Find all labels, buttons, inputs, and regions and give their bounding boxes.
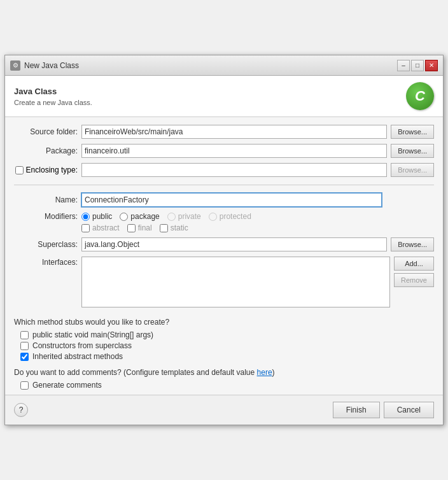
enclosing-type-checkbox[interactable]	[15, 166, 24, 174]
modifier-public-radio[interactable]	[81, 213, 90, 221]
modifier-protected-text: protected	[220, 212, 251, 221]
enclosing-type-input[interactable]	[81, 163, 387, 177]
dialog-icon: ⚙	[10, 60, 20, 71]
interfaces-buttons: Add... Remove	[394, 257, 434, 287]
new-java-class-dialog: ⚙ New Java Class – □ ✕ Java Class Create…	[4, 55, 444, 425]
interfaces-label: Interfaces:	[14, 257, 78, 267]
generate-comments-checkbox[interactable]	[20, 381, 29, 390]
superclass-row: Superclass: Browse...	[14, 237, 434, 251]
modifier-abstract-label[interactable]: abstract	[81, 223, 120, 232]
modifier-package-label[interactable]: package	[120, 212, 159, 221]
separator-1	[14, 185, 434, 185]
source-folder-label: Source folder:	[14, 127, 78, 136]
stub-main-label: public static void main(String[] args)	[32, 330, 153, 339]
modifier-protected-radio[interactable]	[209, 213, 217, 221]
interfaces-remove-button[interactable]: Remove	[394, 273, 434, 287]
title-bar-left: ⚙ New Java Class	[10, 60, 79, 71]
dialog-title: New Java Class	[24, 61, 79, 70]
header-subtext: Create a new Java class.	[14, 99, 92, 106]
modifiers-row2: abstract final static	[81, 223, 382, 232]
comments-section: Do you want to add comments? (Configure …	[5, 365, 443, 395]
superclass-label: Superclass:	[14, 240, 78, 249]
modifier-static-text: static	[171, 223, 188, 232]
package-input[interactable]	[81, 144, 387, 158]
modifier-static-label[interactable]: static	[160, 223, 188, 232]
modifier-package-radio[interactable]	[120, 213, 128, 221]
modifiers-row1: public package private protected	[81, 212, 382, 221]
minimize-button[interactable]: –	[397, 60, 410, 71]
name-row: Name:	[14, 193, 434, 207]
modifier-abstract-text: abstract	[92, 223, 120, 232]
comments-link[interactable]: here	[257, 368, 272, 377]
superclass-browse-button[interactable]: Browse...	[391, 237, 434, 251]
stub-item-inherited: Inherited abstract methods	[20, 352, 434, 361]
enclosing-type-checkbox-wrapper: Enclosing type:	[14, 166, 78, 174]
name-input[interactable]	[81, 193, 382, 207]
generate-comments-label: Generate comments	[32, 381, 102, 390]
header-icon: C	[406, 82, 434, 110]
name-label: Name:	[14, 195, 78, 204]
interfaces-row: Interfaces: Add... Remove	[14, 257, 434, 307]
footer-left: ?	[14, 403, 28, 417]
modifiers-content: public package private protected	[81, 212, 382, 232]
modifier-public-label[interactable]: public	[81, 212, 112, 221]
source-folder-row: Source folder: Browse...	[14, 125, 434, 139]
stub-constructors-label: Constructors from superclass	[32, 341, 132, 350]
stub-item-main: public static void main(String[] args)	[20, 330, 434, 339]
title-bar-controls: – □ ✕	[397, 60, 438, 71]
stub-constructors-checkbox[interactable]	[20, 342, 29, 350]
help-button[interactable]: ?	[14, 403, 28, 417]
close-button[interactable]: ✕	[425, 60, 438, 71]
modifiers-label: Modifiers:	[14, 212, 78, 221]
header-heading: Java Class	[14, 87, 92, 96]
modifier-protected-label[interactable]: protected	[209, 212, 251, 221]
source-folder-browse-button[interactable]: Browse...	[391, 125, 434, 139]
modifiers-row: Modifiers: public package private	[14, 212, 434, 232]
modifier-final-text: final	[138, 223, 152, 232]
modifier-abstract-checkbox[interactable]	[81, 224, 90, 232]
enclosing-type-browse-button[interactable]: Browse...	[391, 163, 434, 177]
stub-main-checkbox[interactable]	[20, 331, 29, 339]
stub-inherited-checkbox[interactable]	[20, 353, 29, 361]
package-label: Package:	[14, 146, 78, 155]
finish-button[interactable]: Finish	[333, 402, 380, 418]
footer-right: Finish Cancel	[333, 402, 434, 418]
stub-inherited-label: Inherited abstract methods	[32, 352, 123, 361]
stub-item-constructors: Constructors from superclass	[20, 341, 434, 350]
modifier-final-label[interactable]: final	[127, 223, 152, 232]
modifier-private-label[interactable]: private	[167, 212, 201, 221]
header-section: Java Class Create a new Java class. C	[5, 76, 443, 117]
modifier-final-checkbox[interactable]	[127, 224, 136, 232]
enclosing-type-row: Enclosing type: Browse...	[14, 163, 434, 177]
maximize-button[interactable]: □	[411, 60, 424, 71]
package-browse-button[interactable]: Browse...	[391, 144, 434, 158]
comments-question: Do you want to add comments? (Configure …	[14, 368, 434, 377]
stubs-title: Which method stubs would you like to cre…	[14, 318, 434, 327]
modifier-private-text: private	[178, 212, 201, 221]
modifier-private-radio[interactable]	[167, 213, 176, 221]
stubs-section: Which method stubs would you like to cre…	[5, 315, 443, 365]
modifier-static-checkbox[interactable]	[160, 224, 168, 232]
title-bar: ⚙ New Java Class – □ ✕	[5, 55, 443, 76]
enclosing-type-label: Enclosing type:	[26, 166, 78, 174]
form-section: Source folder: Browse... Package: Browse…	[5, 117, 443, 315]
cancel-button[interactable]: Cancel	[384, 402, 434, 418]
header-text: Java Class Create a new Java class.	[14, 87, 92, 106]
interfaces-add-button[interactable]: Add...	[394, 257, 434, 271]
comment-item: Generate comments	[20, 381, 434, 390]
source-folder-input[interactable]	[81, 125, 387, 139]
footer: ? Finish Cancel	[5, 395, 443, 425]
modifier-package-text: package	[130, 212, 159, 221]
package-row: Package: Browse...	[14, 144, 434, 158]
interfaces-textarea[interactable]	[81, 257, 390, 307]
modifier-public-text: public	[92, 212, 112, 221]
superclass-input[interactable]	[81, 237, 387, 251]
